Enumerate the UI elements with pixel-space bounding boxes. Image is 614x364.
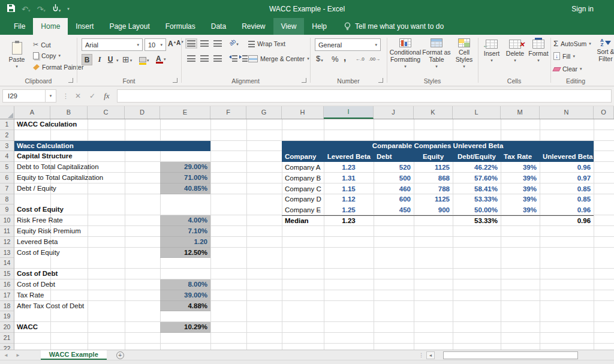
row-header[interactable]: 15 [0, 269, 14, 279]
new-sheet-button[interactable]: + [116, 350, 124, 360]
dialog-launcher-icon[interactable] [173, 78, 177, 83]
table-cell[interactable]: 50.00% [453, 204, 501, 215]
name-box-dropdown[interactable]: ▾ [46, 89, 56, 103]
table-cell[interactable]: 600 [374, 194, 414, 205]
value-cell[interactable]: 8.00% [160, 279, 210, 290]
row-header[interactable]: 12 [0, 237, 14, 248]
spreadsheet-grid[interactable]: 1 2 3 4 5 6 7 8 9 10 11 12 13 14 15 16 1… [0, 119, 614, 350]
label-cell[interactable]: Cost of Equity [15, 248, 159, 258]
column-header-e[interactable]: E [160, 106, 210, 119]
scrollbar-thumb[interactable] [443, 351, 578, 359]
fill-button[interactable]: ↓Fill▾ [553, 52, 575, 60]
borders-button[interactable]: ⊞▾ [122, 55, 132, 64]
copy-button[interactable]: Copy▾ [33, 52, 61, 59]
align-left-button[interactable] [187, 55, 195, 62]
label-cell[interactable]: Equity to Total Capitalization [15, 173, 159, 183]
table-cell[interactable]: 39% [501, 204, 540, 215]
font-color-button[interactable]: A▾ [156, 55, 166, 64]
grow-font-button[interactable]: A▴ [168, 40, 176, 48]
section-heading-cell[interactable]: Cost of Equity [15, 204, 159, 215]
redo-button[interactable]: ↷▾ [37, 4, 45, 14]
sign-in-button[interactable]: Sign in [571, 5, 594, 13]
row-header[interactable]: 19 [0, 311, 14, 322]
orientation-button[interactable]: ab▾ [229, 39, 239, 47]
conditional-formatting-button[interactable]: Conditional Formatting▾ [389, 38, 422, 69]
align-middle-button[interactable] [200, 40, 209, 47]
column-header-j[interactable]: J [374, 106, 414, 119]
autosum-button[interactable]: ΣAutoSum▾ [553, 39, 591, 48]
align-right-button[interactable] [213, 55, 222, 62]
row-header[interactable]: 7 [0, 183, 14, 194]
tab-file[interactable]: File [6, 18, 33, 35]
sort-filter-button[interactable]: AZ Sort & Filter [594, 38, 614, 62]
undo-button[interactable]: ↶▾ [22, 4, 30, 14]
font-size-select[interactable]: 10▾ [145, 38, 166, 51]
column-header-c[interactable]: C [88, 106, 125, 119]
sheet-nav-left-button[interactable]: ◄ [0, 350, 12, 360]
value-cell[interactable]: 7.10% [160, 226, 210, 237]
tab-insert[interactable]: Insert [68, 18, 101, 35]
table-cell[interactable] [414, 215, 453, 226]
row-header[interactable]: 8 [0, 194, 14, 205]
name-box[interactable]: I29 [2, 89, 46, 103]
row-header[interactable]: 10 [0, 215, 14, 226]
table-cell[interactable]: Company D [282, 194, 324, 205]
label-cell[interactable]: Risk Free Rate [15, 215, 159, 226]
table-cell[interactable]: 1.15 [324, 183, 374, 194]
row-header[interactable]: 1 [0, 119, 14, 130]
table-cell[interactable]: 39% [501, 194, 540, 205]
table-cell[interactable]: 450 [374, 204, 414, 215]
table-cell[interactable]: 58.41% [453, 183, 501, 194]
table-header-cell[interactable]: Debt [374, 151, 414, 162]
row-header[interactable]: 5 [0, 162, 14, 173]
table-cell[interactable]: 900 [414, 204, 453, 215]
tab-home[interactable]: Home [33, 18, 68, 35]
wrap-text-button[interactable]: Wrap Text [248, 40, 285, 47]
scrollbar-splitter[interactable]: ⋮ [419, 352, 424, 358]
delete-cells-button[interactable]: ✕ Delete▾ [504, 40, 526, 63]
table-header-cell[interactable]: Tax Rate [501, 151, 540, 162]
table-cell[interactable]: 46.22% [453, 162, 501, 173]
wacc-label-cell[interactable]: WACC [15, 322, 159, 333]
table-cell[interactable]: 0.96 [540, 162, 594, 173]
row-header[interactable]: 17 [0, 290, 14, 301]
column-header-n[interactable]: N [540, 106, 594, 119]
row-header[interactable]: 4 [0, 151, 14, 162]
table-cell[interactable] [501, 215, 540, 226]
table-cell[interactable]: Company C [282, 183, 324, 194]
sheet-nav-right-button[interactable]: ► [12, 350, 24, 360]
table-cell[interactable]: 0.96 [540, 215, 594, 226]
tab-data[interactable]: Data [203, 18, 234, 35]
table-cell[interactable]: 1.23 [324, 215, 374, 226]
format-as-table-button[interactable]: Format as Table▾ [422, 38, 452, 69]
column-header-h[interactable]: H [282, 106, 324, 119]
table-cell[interactable]: Company A [282, 162, 324, 173]
column-header-o[interactable]: O [594, 106, 614, 119]
comma-style-button[interactable]: , [344, 52, 346, 62]
table-cell[interactable]: 0.85 [540, 194, 594, 205]
qat-customize-icon[interactable]: ▾ [67, 7, 70, 11]
cut-button[interactable]: ✂Cut [33, 41, 51, 49]
label-cell[interactable]: Cost of Debt [15, 279, 159, 290]
tab-formulas[interactable]: Formulas [158, 18, 203, 35]
select-all-button[interactable] [0, 106, 14, 119]
table-cell[interactable]: 39% [501, 173, 540, 183]
table-cell[interactable]: 53.33% [453, 215, 501, 226]
paste-button[interactable]: Paste ▾ [4, 37, 30, 73]
column-header-d[interactable]: D [125, 106, 160, 119]
tab-help[interactable]: Help [304, 18, 335, 35]
row-header[interactable]: 16 [0, 279, 14, 290]
scroll-left-button[interactable]: ◄ [426, 351, 435, 359]
table-header-cell[interactable]: Equity [414, 151, 453, 162]
label-cell[interactable]: Levered Beta [15, 237, 159, 248]
column-header-l[interactable]: L [453, 106, 501, 119]
column-header-f[interactable]: F [210, 106, 246, 119]
table-cell[interactable] [374, 215, 414, 226]
section-heading-cell[interactable]: Cost of Debt [15, 269, 159, 279]
table-cell[interactable]: 500 [374, 173, 414, 183]
sheet-title-cell[interactable]: WACC Calculation [15, 119, 159, 130]
table-cell[interactable]: 0.97 [540, 173, 594, 183]
table-cell[interactable]: 1.25 [324, 204, 374, 215]
wacc-value-cell[interactable]: 10.29% [160, 322, 210, 333]
table-header-cell[interactable]: Unlevered Beta [540, 151, 594, 162]
